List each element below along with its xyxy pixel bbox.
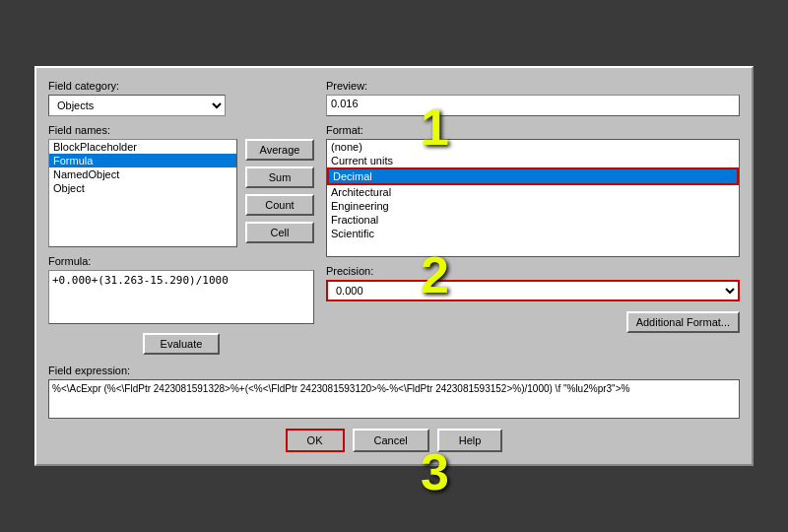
format-architectural[interactable]: Architectural [327, 185, 739, 199]
bottom-buttons: OK Cancel Help [48, 429, 740, 452]
list-item-formula[interactable]: Formula [49, 154, 236, 167]
left-panel: Field category: Objects Field names: Blo… [48, 80, 314, 355]
formula-input[interactable] [48, 270, 314, 324]
field-expression-value: %<\AcExpr (%<\FldPtr 2423081591328>%+(<%… [48, 379, 740, 419]
format-current-units[interactable]: Current units [327, 154, 739, 167]
formula-label: Formula: [48, 255, 314, 267]
field-names-listbox[interactable]: BlockPlaceholder Formula NamedObject Obj… [48, 139, 237, 247]
formula-area: Formula: Evaluate [48, 255, 314, 355]
field-category-label: Field category: [48, 80, 314, 92]
evaluate-button[interactable]: Evaluate [143, 333, 221, 355]
preview-value: 0.016 [326, 95, 740, 116]
list-item-blockplaceholder[interactable]: BlockPlaceholder [49, 140, 236, 154]
cell-button[interactable]: Cell [245, 222, 314, 243]
field-expression-section: Field expression: %<\AcExpr (%<\FldPtr 2… [48, 365, 740, 419]
format-listbox[interactable]: (none) Current units Decimal Architectur… [326, 139, 740, 257]
format-fractional[interactable]: Fractional [327, 213, 739, 227]
help-button[interactable]: Help [437, 429, 503, 452]
ok-button[interactable]: OK [286, 429, 345, 452]
precision-label: Precision: [326, 265, 740, 277]
right-panel: Preview: 0.016 Format: (none) Current un… [326, 80, 740, 355]
field-category-select[interactable]: Objects [48, 95, 226, 116]
cancel-button[interactable]: Cancel [353, 429, 429, 452]
precision-select[interactable]: 0.000 0 0.0 0.00 0.0000 [326, 280, 740, 301]
field-dialog: 1 2 3 Field category: Objects Field name… [34, 66, 754, 466]
additional-format-button[interactable]: Additional Format... [626, 311, 740, 333]
field-names-label: Field names: [48, 124, 314, 136]
formula-buttons: Average Sum Count Cell [245, 139, 314, 243]
format-scientific[interactable]: Scientific [327, 227, 739, 240]
field-expression-label: Field expression: [48, 365, 740, 376]
list-item-object[interactable]: Object [49, 181, 236, 195]
sum-button[interactable]: Sum [245, 166, 314, 188]
list-item-namedobject[interactable]: NamedObject [49, 167, 236, 181]
preview-label: Preview: [326, 80, 740, 92]
format-engineering[interactable]: Engineering [327, 199, 739, 213]
average-button[interactable]: Average [245, 139, 314, 161]
format-none[interactable]: (none) [327, 140, 739, 154]
format-decimal[interactable]: Decimal [327, 167, 739, 185]
format-label: Format: [326, 124, 740, 136]
count-button[interactable]: Count [245, 194, 314, 216]
